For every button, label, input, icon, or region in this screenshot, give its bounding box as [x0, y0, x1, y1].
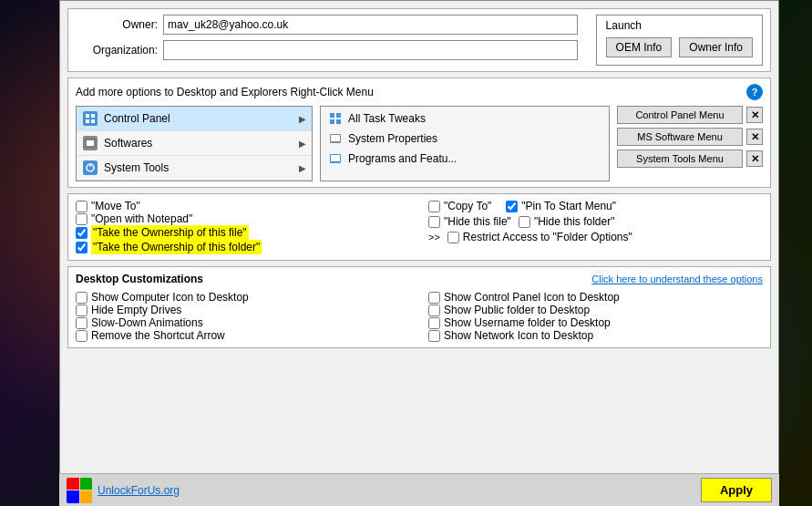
cb-left-col: "Move To" "Open with Notepad" "Take the … [76, 200, 410, 254]
cb-hidefile-label: "Hide this file" [444, 215, 511, 228]
cb-showcontrolpanel: Show Control Panel Icon to Desktop [428, 291, 763, 304]
tree-menu: Control Panel ▶ Softwares ▶ [76, 106, 313, 181]
rcm-title: Add more options to Desktop and Explorer… [76, 86, 374, 98]
oem-info-button[interactable]: OEM Info [606, 37, 673, 57]
launch-group: Launch OEM Info Owner Info [596, 15, 763, 66]
cb-shownetwork-label: Show Network Icon to Desktop [444, 329, 593, 342]
owner-input[interactable] [163, 15, 578, 35]
cb-pinstartmenu-check[interactable] [506, 201, 518, 212]
cb-showcomputer-check[interactable] [76, 292, 87, 304]
cb-hideemptydrives: Hide Empty Drives [76, 304, 410, 316]
help-icon[interactable]: ? [746, 84, 763, 100]
cb-hidefile-check[interactable] [428, 216, 440, 228]
cb-slowanimations-check[interactable] [76, 317, 87, 329]
sysprops-icon [328, 131, 343, 146]
tweaks-icon [328, 111, 343, 126]
sub-item-alltweaks[interactable]: All Task Tweaks [323, 108, 607, 129]
control-panel-icon [82, 110, 98, 127]
sub-item-label: All Task Tweaks [348, 112, 426, 125]
tree-item-label: System Tools [104, 161, 169, 174]
cb-moveto-check[interactable] [76, 201, 87, 212]
site-link[interactable]: UnlockForUs.org [98, 484, 701, 497]
cb-restrictfolderopt-check[interactable] [447, 232, 459, 243]
ms-software-menu-remove[interactable]: ✕ [746, 129, 763, 145]
apply-button[interactable]: Apply [701, 478, 772, 502]
desktop-title: Desktop Customizations [76, 273, 203, 285]
bottom-bar: UnlockForUs.org Apply [59, 473, 779, 506]
rcm-btn-row-1: Control Panel Menu ✕ [617, 106, 763, 124]
svg-rect-10 [330, 119, 334, 124]
sub-item-label: System Properties [348, 132, 437, 145]
svg-rect-15 [331, 155, 340, 161]
svg-rect-9 [336, 113, 341, 118]
organization-input[interactable] [163, 40, 578, 60]
cb-takefolder-check[interactable] [76, 242, 87, 253]
cb-moveto: "Move To" [76, 200, 410, 212]
owner-row: Owner: [76, 15, 578, 35]
cb-hidefolder-check[interactable] [519, 216, 530, 228]
organization-row: Organization: [76, 40, 578, 60]
svg-rect-3 [91, 119, 95, 123]
cb-hideemptydrives-label: Hide Empty Drives [91, 304, 181, 316]
sub-item-programs[interactable]: Programs and Featu... [323, 149, 607, 169]
cb-hidefolder: "Hide this folder" [519, 215, 615, 228]
xp-q3 [67, 491, 79, 503]
control-panel-menu-button[interactable]: Control Panel Menu [617, 106, 743, 124]
cb-restrictfolderopt-label: Restrict Access to "Folder Options" [463, 231, 632, 243]
cb-showpublicfolder-check[interactable] [428, 305, 440, 316]
system-tools-menu-button[interactable]: System Tools Menu [617, 150, 743, 168]
cb-removeshortcut-check[interactable] [76, 330, 87, 342]
checkboxes-section: "Move To" "Open with Notepad" "Take the … [67, 193, 771, 261]
cb-takefile: "Take the Ownership of this file" [76, 225, 410, 240]
cb-showcomputer-label: Show Computer Icon to Desktop [91, 291, 249, 304]
rcm-content: Control Panel ▶ Softwares ▶ [76, 106, 763, 181]
ms-software-menu-button[interactable]: MS Software Menu [617, 128, 743, 146]
rcm-buttons: Control Panel Menu ✕ MS Software Menu ✕ … [617, 106, 763, 181]
owner-info-button[interactable]: Owner Info [679, 37, 753, 57]
cb-restrictfolderopt: Restrict Access to "Folder Options" [447, 231, 632, 243]
svg-rect-0 [86, 114, 89, 118]
svg-rect-2 [86, 119, 89, 123]
tree-item-controlpanel[interactable]: Control Panel ▶ [77, 107, 312, 131]
launch-legend: Launch [606, 19, 753, 32]
owner-section: Owner: Organization: Launch OEM Info Own… [67, 8, 771, 72]
owner-fields: Owner: Organization: [76, 15, 578, 66]
rcm-section: Add more options to Desktop and Explorer… [67, 77, 771, 188]
cb-copyto-check[interactable] [428, 201, 440, 212]
organization-label: Organization: [76, 44, 158, 57]
tree-item-label: Control Panel [104, 112, 170, 125]
cb-hidefile: "Hide this file" [428, 215, 511, 228]
xp-q4 [80, 491, 93, 503]
desktop-grid: Show Computer Icon to Desktop Hide Empty… [76, 291, 763, 342]
desktop-link[interactable]: Click here to understand these options [591, 274, 763, 284]
cb-shownetwork-check[interactable] [428, 330, 440, 342]
tree-item-systemtools[interactable]: System Tools ▶ [77, 156, 312, 181]
xp-q2 [80, 478, 93, 491]
svg-rect-13 [331, 135, 340, 141]
softwares-icon [82, 135, 98, 151]
tree-item-softwares[interactable]: Softwares ▶ [77, 131, 312, 156]
sub-item-label: Programs and Featu... [348, 152, 457, 165]
system-tools-menu-remove[interactable]: ✕ [746, 150, 763, 167]
cb-showcontrolpanel-check[interactable] [428, 292, 440, 304]
cb-takefolder: "Take the Ownership of this folder" [76, 240, 410, 254]
cb-takefile-check[interactable] [76, 227, 87, 239]
rcm-btn-row-3: System Tools Menu ✕ [617, 150, 763, 168]
svg-rect-1 [91, 114, 95, 118]
launch-buttons: OEM Info Owner Info [606, 37, 753, 57]
tree-arrow: ▶ [299, 139, 306, 149]
cb-showcomputer: Show Computer Icon to Desktop [76, 291, 410, 304]
programs-icon [328, 151, 343, 166]
cb-opennotepad-check[interactable] [76, 213, 87, 225]
sub-item-sysprops[interactable]: System Properties [323, 129, 607, 149]
cb-hideemptydrives-check[interactable] [76, 305, 87, 316]
control-panel-menu-remove[interactable]: ✕ [746, 107, 763, 123]
desktop-right-col: Show Control Panel Icon to Desktop Show … [428, 291, 763, 342]
cb-pinstartmenu: "Pin To Start Menu" [506, 200, 616, 212]
cb-shownetwork: Show Network Icon to Desktop [428, 329, 763, 342]
tree-arrow: ▶ [299, 163, 306, 173]
cb-opennotepad: "Open with Notepad" [76, 212, 410, 225]
cb-showusernamefolder-check[interactable] [428, 317, 440, 329]
cb-removeshortcut-label: Remove the Shortcut Arrow [91, 329, 225, 342]
rcm-header: Add more options to Desktop and Explorer… [76, 84, 763, 100]
